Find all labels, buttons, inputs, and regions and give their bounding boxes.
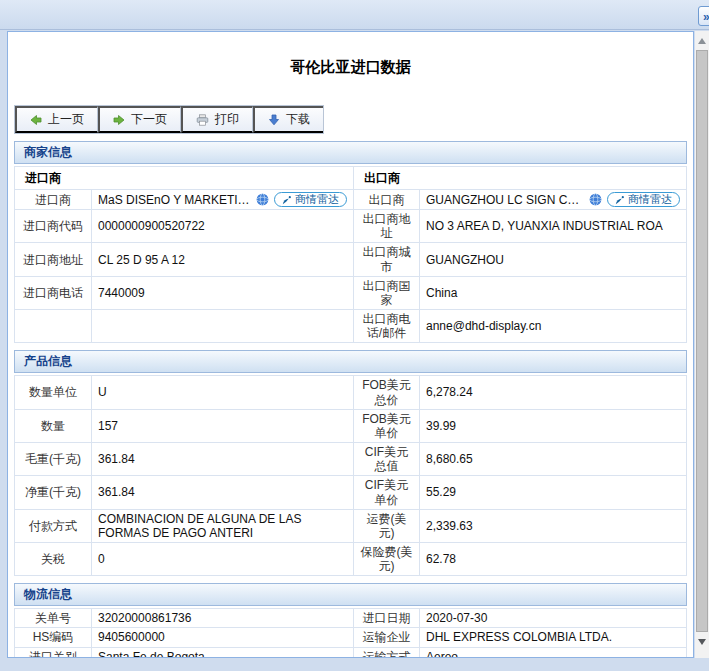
window-collapse-button[interactable]: » xyxy=(698,6,709,26)
download-label: 下载 xyxy=(286,111,310,128)
importer-column-header: 进口商 xyxy=(15,167,354,190)
field-label: 数量单位 xyxy=(15,376,92,409)
field-value: 32020000861736 xyxy=(92,609,354,628)
field-label: 进口日期 xyxy=(354,609,420,628)
table-row: 进口商电话 7440009 出口商国家 China xyxy=(15,276,687,309)
prev-page-button[interactable]: 上一页 xyxy=(15,106,98,133)
field-label: 运输企业 xyxy=(354,628,420,647)
field-label: FOB美元总价 xyxy=(354,376,420,409)
field-label: 数量 xyxy=(15,409,92,442)
field-label: 保险费(美元) xyxy=(354,542,420,575)
field-value: 62.78 xyxy=(420,542,687,575)
window-titlebar: » xyxy=(0,0,709,30)
prev-page-label: 上一页 xyxy=(48,111,84,128)
printer-icon xyxy=(196,114,209,126)
table-row: 进口关别 Santa Fe de Bogota 运输方式 Aereo xyxy=(15,647,687,658)
field-label: FOB美元单价 xyxy=(354,409,420,442)
field-label: 进口商代码 xyxy=(15,210,92,243)
field-value: 0 xyxy=(92,542,354,575)
field-value: China xyxy=(420,276,687,309)
table-row: HS编码 9405600000 运输企业 DHL EXPRESS COLOMBI… xyxy=(15,628,687,647)
product-table: 数量单位 U FOB美元总价 6,278.24 数量 157 FOB美元单价 3… xyxy=(14,375,687,576)
field-label: 出口商城市 xyxy=(354,243,420,276)
field-label: 毛重(千克) xyxy=(15,443,92,476)
field-label: CIF美元单价 xyxy=(354,476,420,509)
field-value: Aereo xyxy=(420,647,687,658)
field-value: 7440009 xyxy=(92,276,354,309)
green-left-arrow-icon xyxy=(30,114,42,126)
field-label: 付款方式 xyxy=(15,509,92,542)
scrollbar-down-arrow-icon[interactable] xyxy=(698,639,706,645)
product-section-header: 产品信息 xyxy=(14,350,687,373)
field-value: 361.84 xyxy=(92,443,354,476)
field-label: 出口商地址 xyxy=(354,210,420,243)
field-value: 0000000900520722 xyxy=(92,210,354,243)
globe-icon[interactable] xyxy=(589,193,602,206)
field-value: 6,278.24 xyxy=(420,376,687,409)
field-value: 55.29 xyxy=(420,476,687,509)
table-row: 关税 0 保险费(美元) 62.78 xyxy=(15,542,687,575)
globe-icon[interactable] xyxy=(256,193,269,206)
merchant-section-header: 商家信息 xyxy=(14,141,687,164)
business-radar-badge[interactable]: 商情雷达 xyxy=(274,192,347,207)
merchant-table: 进口商 出口商 进口商 MaS DISEnO Y MARKETING SAS 商… xyxy=(14,166,687,343)
badge-label: 商情雷达 xyxy=(628,193,672,206)
radar-icon xyxy=(282,195,292,205)
field-value: DHL EXPRESS COLOMBIA LTDA. xyxy=(420,628,687,647)
field-label: CIF美元总值 xyxy=(354,443,420,476)
field-label: 关单号 xyxy=(15,609,92,628)
table-row: 出口商电话/邮件 anne@dhd-display.cn xyxy=(15,310,687,343)
company-name-row: 进口商 MaS DISEnO Y MARKETING SAS 商情雷达 出口商 xyxy=(15,190,687,210)
field-value: GUANGZHOU xyxy=(420,243,687,276)
field-value: 9405600000 xyxy=(92,628,354,647)
field-value: anne@dhd-display.cn xyxy=(420,310,687,343)
field-label: 运费(美元) xyxy=(354,509,420,542)
product-section: 产品信息 数量单位 U FOB美元总价 6,278.24 数量 157 FOB美… xyxy=(14,350,687,576)
logistics-table: 关单号 32020000861736 进口日期 2020-07-30 HS编码 … xyxy=(14,608,687,658)
next-page-button[interactable]: 下一页 xyxy=(98,106,181,133)
field-value: 2,339.63 xyxy=(420,509,687,542)
table-row: 净重(千克) 361.84 CIF美元单价 55.29 xyxy=(15,476,687,509)
download-button[interactable]: 下载 xyxy=(253,106,323,133)
field-label: 进口关别 xyxy=(15,647,92,658)
field-value: U xyxy=(92,376,354,409)
green-right-arrow-icon xyxy=(113,114,125,126)
merchant-section: 商家信息 进口商 出口商 进口商 MaS DISEnO Y MARKETING … xyxy=(14,141,687,343)
content-panel: 哥伦比亚进口数据 上一页 下一页 打印 下载 商家信息 进口商 出口商 xyxy=(7,31,694,658)
exporter-column-header: 出口商 xyxy=(354,167,687,190)
field-label: 出口商国家 xyxy=(354,276,420,309)
vertical-scrollbar[interactable] xyxy=(695,31,709,658)
importer-name-label: 进口商 xyxy=(15,190,92,210)
field-value: NO 3 AREA D, YUANXIA INDUSTRIAL ROA xyxy=(420,210,687,243)
radar-icon xyxy=(615,195,625,205)
field-label: 运输方式 xyxy=(354,647,420,658)
field-label: 净重(千克) xyxy=(15,476,92,509)
scrollbar-thumb[interactable] xyxy=(696,50,708,632)
field-label: 进口商地址 xyxy=(15,243,92,276)
table-row: 进口商代码 0000000900520722 出口商地址 NO 3 AREA D… xyxy=(15,210,687,243)
table-row: 进口商地址 CL 25 D 95 A 12 出口商城市 GUANGZHOU xyxy=(15,243,687,276)
field-value: 39.99 xyxy=(420,409,687,442)
field-value: Santa Fe de Bogota xyxy=(92,647,354,658)
print-button[interactable]: 打印 xyxy=(181,106,253,133)
badge-label: 商情雷达 xyxy=(295,193,339,206)
field-label: 进口商电话 xyxy=(15,276,92,309)
table-row: 数量 157 FOB美元单价 39.99 xyxy=(15,409,687,442)
field-label: 关税 xyxy=(15,542,92,575)
scrollbar-up-arrow-icon[interactable] xyxy=(698,38,706,44)
field-label: HS编码 xyxy=(15,628,92,647)
print-label: 打印 xyxy=(215,111,239,128)
field-value: COMBINACION DE ALGUNA DE LAS FORMAS DE P… xyxy=(92,509,354,542)
table-row: 付款方式 COMBINACION DE ALGUNA DE LAS FORMAS… xyxy=(15,509,687,542)
business-radar-badge[interactable]: 商情雷达 xyxy=(607,192,680,207)
merchant-subheader-row: 进口商 出口商 xyxy=(15,167,687,190)
field-value: 157 xyxy=(92,409,354,442)
table-row: 关单号 32020000861736 进口日期 2020-07-30 xyxy=(15,609,687,628)
logistics-section-header: 物流信息 xyxy=(14,583,687,606)
field-value: CL 25 D 95 A 12 xyxy=(92,243,354,276)
field-value: 361.84 xyxy=(92,476,354,509)
field-value xyxy=(92,310,354,343)
importer-name: MaS DISEnO Y MARKETING SAS xyxy=(98,193,251,207)
field-label xyxy=(15,310,92,343)
exporter-name-label: 出口商 xyxy=(354,190,420,210)
